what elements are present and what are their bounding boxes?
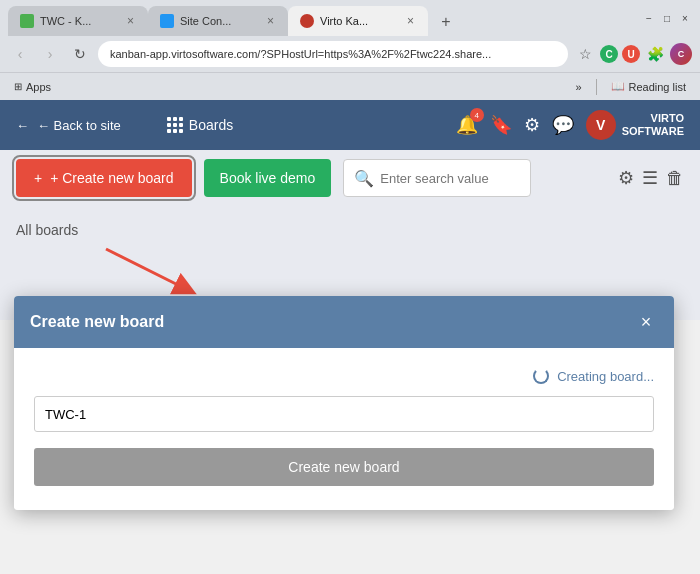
browser-tab-3[interactable]: Virto Ka... ×: [288, 6, 428, 36]
tab-label-3: Virto Ka...: [320, 15, 399, 27]
create-board-modal: Create new board × Creating board... Cre…: [14, 296, 674, 510]
virto-logo-icon: V: [586, 110, 616, 140]
bookmark-icon[interactable]: ☆: [574, 43, 596, 65]
bookmarks-apps-label: Apps: [26, 81, 51, 93]
filter-icon[interactable]: ⚙: [618, 167, 634, 189]
boards-nav-button[interactable]: Boards: [167, 117, 233, 133]
content-area: All boards Create new board ×: [0, 206, 700, 320]
tab-favicon-2: [160, 14, 174, 28]
reading-list-button[interactable]: 📖 Reading list: [605, 78, 692, 95]
more-bookmarks-button[interactable]: »: [569, 79, 587, 95]
reading-list-icon: 📖: [611, 80, 625, 93]
red-arrow: [96, 244, 216, 299]
app-toolbar: + + Create new board Book live demo 🔍 ⚙ …: [0, 150, 700, 206]
search-icon: 🔍: [354, 169, 374, 188]
minimize-button[interactable]: −: [642, 11, 656, 25]
back-to-site-link[interactable]: ← ← Back to site: [16, 118, 121, 133]
virto-text: VIRTO SOFTWARE: [622, 112, 684, 138]
search-box[interactable]: 🔍: [343, 159, 531, 197]
delete-icon[interactable]: 🗑: [666, 168, 684, 189]
tab-close-2[interactable]: ×: [265, 14, 276, 28]
address-input[interactable]: [98, 41, 568, 67]
tab-favicon-1: [20, 14, 34, 28]
notifications-icon[interactable]: 🔔 4: [456, 114, 478, 136]
tab-label-2: Site Con...: [180, 15, 259, 27]
virto-logo: V VIRTO SOFTWARE: [586, 110, 684, 140]
list-view-icon[interactable]: ☰: [642, 167, 658, 189]
close-button[interactable]: ×: [678, 11, 692, 25]
modal-create-label: Create new board: [288, 459, 399, 475]
all-boards-label: All boards: [16, 222, 684, 238]
more-icon: »: [575, 81, 581, 93]
reading-list-label: Reading list: [629, 81, 686, 93]
back-to-site-label: ← Back to site: [37, 118, 121, 133]
extensions-icon[interactable]: 🧩: [644, 43, 666, 65]
back-button[interactable]: ‹: [8, 42, 32, 66]
apps-grid-icon: ⊞: [14, 81, 22, 92]
creating-status: Creating board...: [34, 368, 654, 384]
extensions-c-icon[interactable]: C: [600, 45, 618, 63]
extensions-u-icon[interactable]: U: [622, 45, 640, 63]
browser-tab-2[interactable]: Site Con... ×: [148, 6, 288, 36]
reload-button[interactable]: ↻: [68, 42, 92, 66]
modal-create-board-button[interactable]: Create new board: [34, 448, 654, 486]
chat-icon[interactable]: 💬: [552, 114, 574, 136]
boards-nav-label: Boards: [189, 117, 233, 133]
app-navigation: ← ← Back to site Boards 🔔 4 🔖 ⚙ 💬 V VIRT…: [0, 100, 700, 150]
create-board-label: + Create new board: [50, 170, 173, 186]
boards-grid-icon: [167, 117, 183, 133]
tab-label-1: TWC - K...: [40, 15, 119, 27]
modal-title: Create new board: [30, 313, 164, 331]
tab-favicon-3: [300, 14, 314, 28]
bookmarks-nav-icon[interactable]: 🔖: [490, 114, 512, 136]
svg-line-0: [106, 249, 186, 289]
loading-spinner: [533, 368, 549, 384]
search-input[interactable]: [380, 171, 520, 186]
create-new-board-button[interactable]: + + Create new board: [16, 159, 192, 197]
book-demo-button[interactable]: Book live demo: [204, 159, 332, 197]
modal-close-button[interactable]: ×: [634, 310, 658, 334]
modal-body: Creating board... Create new board: [14, 348, 674, 510]
plus-icon: +: [34, 170, 42, 186]
modal-overlay: Create new board × Creating board... Cre…: [14, 296, 686, 510]
tab-close-1[interactable]: ×: [125, 14, 136, 28]
back-arrow-icon: ←: [16, 118, 29, 133]
new-tab-button[interactable]: +: [432, 8, 460, 36]
profile-avatar[interactable]: C: [670, 43, 692, 65]
tab-close-3[interactable]: ×: [405, 14, 416, 28]
notification-badge: 4: [470, 108, 484, 122]
maximize-button[interactable]: □: [660, 11, 674, 25]
book-demo-label: Book live demo: [220, 170, 316, 186]
bookmarks-apps[interactable]: ⊞ Apps: [8, 79, 57, 95]
browser-tab-1[interactable]: TWC - K... ×: [8, 6, 148, 36]
creating-status-label: Creating board...: [557, 369, 654, 384]
board-name-input[interactable]: [34, 396, 654, 432]
forward-button[interactable]: ›: [38, 42, 62, 66]
settings-icon[interactable]: ⚙: [524, 114, 540, 136]
modal-header: Create new board ×: [14, 296, 674, 348]
